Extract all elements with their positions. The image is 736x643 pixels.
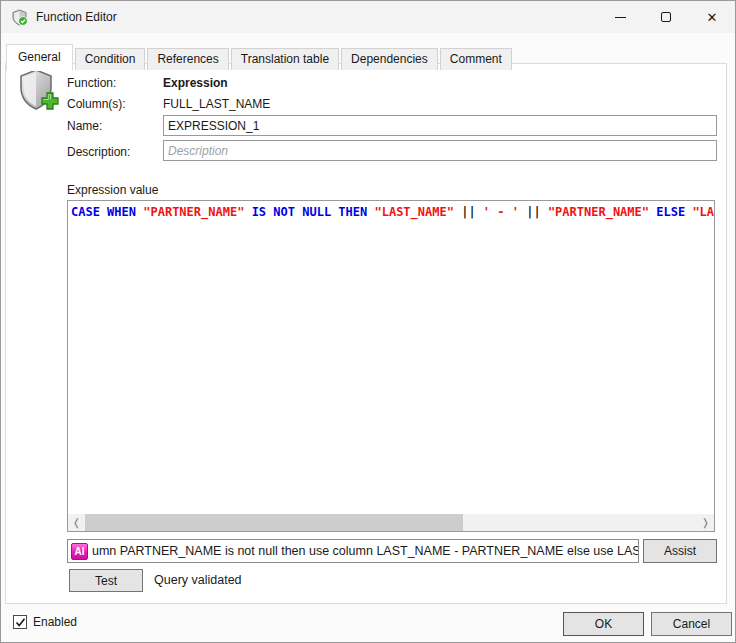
cancel-button[interactable]: Cancel — [651, 612, 732, 636]
sql-token-identifier: "LAST_NAME" END — [692, 205, 714, 219]
expression-editor[interactable]: CASE WHEN "PARTNER_NAME" IS NOT NULL THE… — [67, 200, 715, 532]
assist-prompt-input[interactable]: AI umn PARTNER_NAME is not null then use… — [67, 539, 639, 563]
assist-prompt-text: umn PARTNER_NAME is not null then use co… — [92, 544, 639, 558]
query-status-text: Query validated — [154, 573, 242, 587]
tab-condition[interactable]: Condition — [75, 48, 146, 70]
close-icon: ✕ — [707, 11, 718, 24]
tab-comment[interactable]: Comment — [440, 48, 512, 70]
sql-code-line: CASE WHEN "PARTNER_NAME" IS NOT NULL THE… — [71, 204, 714, 220]
sql-token-keyword: IS NOT NULL THEN — [244, 205, 374, 219]
tab-bar: GeneralConditionReferencesTranslation ta… — [6, 43, 514, 70]
maximize-icon — [661, 12, 671, 22]
window-titlebar: Function Editor ✕ — [1, 1, 735, 33]
description-input[interactable] — [163, 140, 717, 161]
shield-check-icon — [11, 9, 28, 26]
sql-token-operator: || — [454, 205, 483, 219]
columns-label: Column(s): — [67, 97, 126, 111]
minimize-icon — [615, 17, 626, 18]
enabled-label: Enabled — [33, 615, 77, 629]
scroll-right-icon[interactable]: ❭ — [697, 514, 714, 531]
function-editor-dialog: Function Editor ✕ GeneralConditionRefere… — [0, 0, 736, 643]
scrollbar-thumb[interactable] — [85, 514, 463, 531]
sql-token-identifier: "LAST_NAME" — [374, 205, 453, 219]
minimize-button[interactable] — [597, 1, 643, 33]
tab-references[interactable]: References — [147, 48, 228, 70]
close-button[interactable]: ✕ — [689, 1, 735, 33]
sql-token-operator: || — [519, 205, 548, 219]
sql-token-identifier: "PARTNER_NAME" — [143, 205, 244, 219]
horizontal-scrollbar[interactable]: ❬ ❭ — [68, 514, 714, 531]
sql-token-keyword: ELSE — [649, 205, 692, 219]
columns-value: FULL_LAST_NAME — [163, 97, 270, 111]
checkmark-icon — [15, 617, 26, 628]
function-value: Expression — [163, 76, 228, 90]
name-label: Name: — [67, 119, 102, 133]
tab-dependencies[interactable]: Dependencies — [341, 48, 438, 70]
name-input[interactable] — [163, 115, 717, 136]
sql-token-identifier: ' - ' — [483, 205, 519, 219]
maximize-button[interactable] — [643, 1, 689, 33]
enabled-checkbox[interactable] — [13, 615, 27, 629]
sql-token-keyword: CASE WHEN — [71, 205, 143, 219]
tab-page-general: Function: Expression Column(s): FULL_LAS… — [5, 63, 727, 604]
tab-translation-table[interactable]: Translation table — [231, 48, 339, 70]
expression-value-label: Expression value — [67, 183, 158, 197]
description-label: Description: — [67, 145, 130, 159]
ai-badge-icon: AI — [71, 543, 88, 560]
sql-token-identifier: "PARTNER_NAME" — [548, 205, 649, 219]
tab-general[interactable]: General — [6, 44, 73, 71]
add-function-shield-icon — [18, 68, 60, 114]
window-controls: ✕ — [597, 1, 735, 33]
test-button[interactable]: Test — [69, 569, 143, 592]
scroll-left-icon[interactable]: ❬ — [68, 514, 85, 531]
ok-button[interactable]: OK — [563, 612, 644, 636]
assist-button[interactable]: Assist — [643, 539, 717, 563]
function-label: Function: — [67, 76, 116, 90]
window-title: Function Editor — [36, 10, 117, 24]
